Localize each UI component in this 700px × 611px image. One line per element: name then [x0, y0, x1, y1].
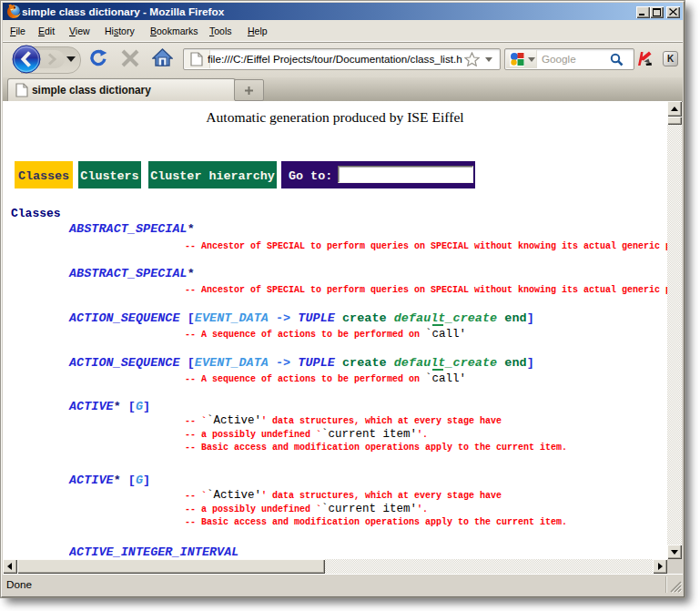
svg-text:K: K: [667, 54, 675, 64]
